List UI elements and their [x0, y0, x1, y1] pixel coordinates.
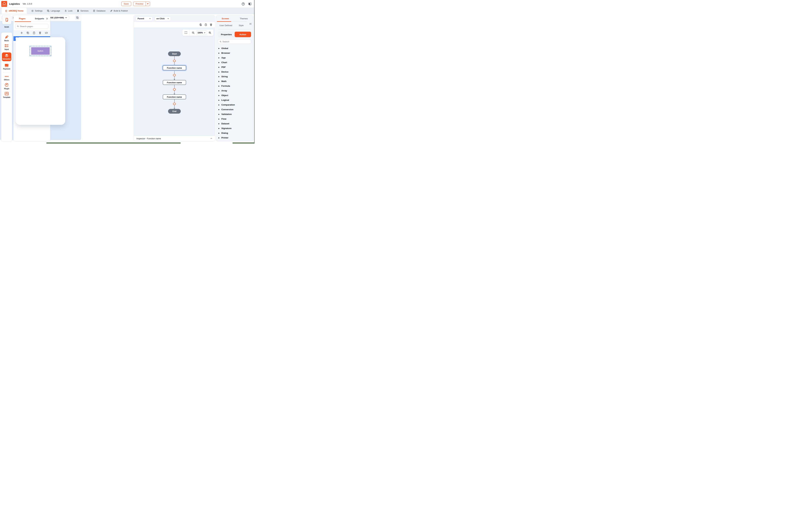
tab-services[interactable]: Services [77, 8, 88, 14]
input-checklist-icon [4, 44, 9, 48]
delete-page-button[interactable] [39, 31, 41, 34]
zoom-level-select[interactable]: 100% [196, 30, 207, 35]
chevron-up-icon[interactable] [210, 137, 213, 139]
flow-start-node[interactable]: Start [168, 52, 181, 56]
tab-settings[interactable]: Settings [31, 8, 43, 14]
category-chart[interactable]: ▶Chart [216, 60, 253, 65]
category-string[interactable]: ▶String [216, 74, 253, 79]
category-validation[interactable]: ▶Validation [216, 112, 253, 117]
sidebar-item-template[interactable]: Template [3, 92, 10, 98]
flow-connector-dot[interactable] [173, 74, 176, 76]
zoom-out-button[interactable] [192, 31, 194, 34]
category-signature[interactable]: ▶Signature [216, 126, 253, 131]
flow-editor-panel: Parent on Click [134, 15, 215, 141]
tab-properties[interactable]: Properties [218, 32, 235, 37]
tab-lock[interactable]: Lock [64, 8, 72, 14]
rotate-device-button[interactable] [75, 15, 79, 20]
save-button[interactable]: Save [121, 2, 131, 6]
tab-themes[interactable]: Themes [235, 15, 253, 21]
tab-emobiq-home[interactable]: eMOBIQ Home [2, 8, 27, 14]
triangle-right-icon: ▶ [218, 104, 220, 106]
sidebar-item-basic[interactable]: Basic [4, 35, 9, 42]
flow-function-node[interactable]: Function name [163, 80, 186, 85]
pages-search-input[interactable] [20, 25, 47, 28]
category-formula[interactable]: ▶Formula [216, 84, 253, 88]
category-flow[interactable]: ▶Flow [216, 117, 253, 121]
chevron-down-icon [65, 17, 67, 19]
sidebar-item-payment[interactable]: Payment [3, 63, 10, 70]
category-logical[interactable]: ▶Logical [216, 98, 253, 102]
services-icon [77, 10, 79, 12]
copy-flow-button[interactable] [199, 24, 202, 26]
duplicate-page-button[interactable] [27, 31, 29, 34]
component-icon-button[interactable] [2, 15, 11, 24]
sidebar-item-plugin[interactable]: Plugin [4, 83, 9, 90]
flow-function-node[interactable]: Function name [163, 94, 186, 99]
preview-button[interactable]: Preview [133, 2, 146, 6]
category-math[interactable]: ▶Math [216, 79, 253, 84]
category-dialog[interactable]: ▶Dialog [216, 131, 253, 135]
action-search[interactable] [218, 39, 251, 44]
right-panel-subtabs: User Defined Style [219, 24, 253, 27]
tab-style[interactable]: Style [239, 24, 244, 27]
code-view-button[interactable] [45, 32, 48, 34]
flow-function-node-selected[interactable]: Function name [163, 65, 186, 70]
component-sidebar: Basic Input Interactive [1, 32, 12, 142]
gear-icon [31, 10, 34, 12]
right-panel-tabs: Screen Themes [216, 15, 253, 21]
tab-action[interactable]: Action [235, 32, 251, 37]
collapse-left-icon[interactable] [46, 17, 48, 20]
sidebar-item-others[interactable]: Others [4, 75, 10, 81]
category-printer[interactable]: ▶Printer [216, 135, 253, 140]
category-device[interactable]: ▶Device [216, 70, 253, 74]
paste-page-button[interactable] [33, 31, 35, 34]
add-page-button[interactable] [20, 31, 23, 34]
tab-screen[interactable]: Screen [216, 15, 235, 21]
category-browser[interactable]: ▶Browser [216, 50, 253, 55]
phone-icon [5, 18, 9, 22]
flow-end-node[interactable]: End [168, 109, 181, 114]
category-pdf[interactable]: ▶PDF [216, 65, 253, 70]
canvas-button-widget[interactable]: button [31, 47, 50, 55]
flow-connector-dot[interactable] [173, 103, 176, 105]
zoom-in-button[interactable] [208, 31, 211, 34]
category-array[interactable]: ▶Array [216, 88, 253, 93]
category-app[interactable]: ▶App [216, 55, 253, 60]
tab-snippets[interactable]: Snippets [35, 17, 44, 20]
delete-flow-button[interactable] [210, 24, 213, 26]
category-dataset[interactable]: ▶Dataset [216, 121, 253, 126]
triangle-right-icon: ▶ [218, 90, 220, 91]
action-search-input[interactable] [222, 41, 250, 43]
preview-split-button[interactable]: Preview [133, 2, 150, 6]
tab-database[interactable]: Database [93, 8, 105, 14]
selection-outline: button [30, 46, 51, 56]
event-select[interactable]: on Click [155, 16, 171, 21]
category-conversion[interactable]: ▶Conversion [216, 107, 253, 112]
preview-dropdown-button[interactable] [146, 2, 150, 6]
collapse-right-icon[interactable] [249, 23, 251, 25]
tab-build-publish[interactable]: Build & Publish [110, 8, 128, 14]
category-comparation[interactable]: ▶Comparation [216, 102, 253, 107]
workspace: Icon Basic Input [0, 14, 255, 144]
pages-search[interactable] [15, 24, 48, 29]
tab-pages[interactable]: Pages [19, 17, 26, 20]
orangekloud-logo: ORANGEKLOUD [1, 1, 7, 7]
action-category-list: ▶Global ▶Browser ▶App ▶Chart ▶PDF ▶Devic… [216, 46, 253, 140]
sidebar-item-input[interactable]: Input [4, 44, 9, 50]
category-global[interactable]: ▶Global [216, 46, 253, 50]
fit-screen-button[interactable] [183, 31, 189, 34]
tab-user-defined[interactable]: User Defined [219, 24, 232, 27]
inspector-bar[interactable]: Inspector - Function name [134, 136, 215, 141]
triangle-right-icon: ▶ [218, 109, 220, 111]
sidebar-item-interactive[interactable]: Interactive [2, 53, 11, 61]
flow-canvas[interactable]: 100% Start Function name Function name F… [134, 28, 215, 136]
help-icon[interactable] [242, 2, 245, 6]
flow-connector-dot[interactable] [173, 60, 176, 62]
category-object[interactable]: ▶Object [216, 93, 253, 98]
tab-language[interactable]: Language [47, 8, 60, 14]
docs-book-icon[interactable] [248, 2, 251, 5]
paste-flow-button[interactable] [204, 24, 207, 26]
parent-select[interactable]: Parent [136, 16, 153, 21]
component-icon-label: Icon [2, 25, 11, 29]
flow-connector-dot[interactable] [173, 88, 176, 91]
